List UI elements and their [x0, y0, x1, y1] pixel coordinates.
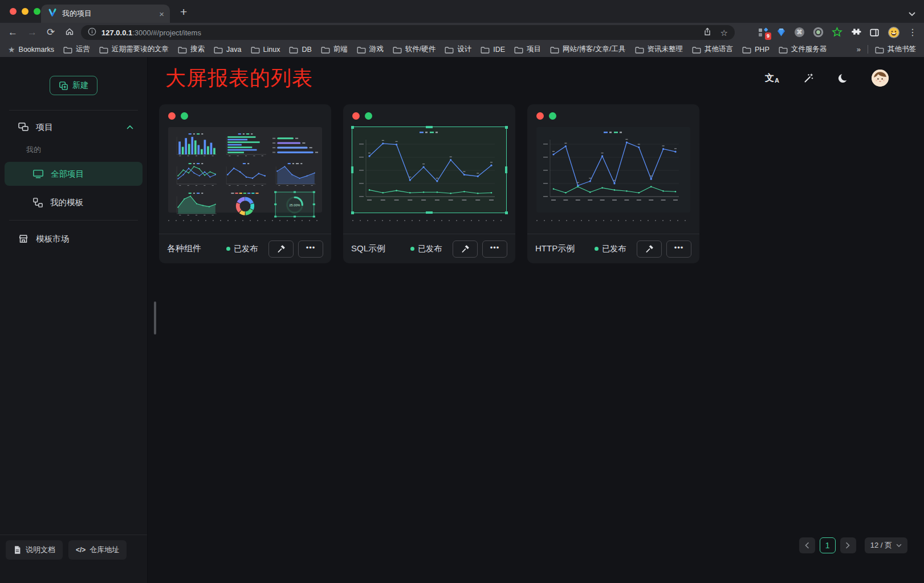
bookmarks-overflow-icon[interactable]: »: [857, 45, 861, 54]
page-size-select[interactable]: 12 / 页: [865, 537, 907, 553]
bookmark-folder[interactable]: Linux: [251, 44, 280, 54]
card-dot-green: [549, 112, 556, 120]
close-window-button[interactable]: [10, 8, 17, 15]
selection-handle[interactable]: [351, 126, 354, 129]
selection-handle[interactable]: [351, 211, 354, 214]
card-thumbnail[interactable]: [536, 127, 690, 213]
mini-gauge-chart: 25.00%: [271, 190, 318, 218]
bookmarks-root[interactable]: ★ Bookmarks: [8, 46, 54, 54]
main-content: 大屏报表的列表 文A 25.00%: [148, 57, 924, 583]
more-button[interactable]: •••: [482, 240, 507, 258]
bookmark-folder[interactable]: 设计: [445, 44, 471, 54]
more-button[interactable]: •••: [666, 240, 691, 258]
hammer-icon: [276, 244, 286, 254]
bookmark-folder[interactable]: 游戏: [357, 44, 384, 54]
project-card[interactable]: SQL示例 已发布 •••: [343, 104, 515, 263]
profile-avatar-icon[interactable]: [888, 26, 900, 39]
current-page-button[interactable]: 1: [820, 537, 836, 553]
bookmarks-divider: [868, 45, 868, 54]
status-dot: [410, 247, 414, 251]
selection-handle[interactable]: [426, 126, 433, 128]
recorder-extension-icon[interactable]: [813, 27, 824, 38]
command-extension-icon[interactable]: ⌘: [794, 27, 805, 38]
more-button[interactable]: •••: [298, 240, 323, 258]
tab-search-icon[interactable]: [909, 9, 915, 19]
selection-handle[interactable]: [505, 211, 508, 214]
reload-icon[interactable]: ⟳: [47, 27, 55, 37]
tab-manager-extension-icon[interactable]: 9: [758, 27, 768, 38]
screens-icon: [18, 121, 29, 133]
gem-extension-icon[interactable]: [776, 27, 786, 37]
browser-menu-icon[interactable]: ⋮: [908, 27, 917, 38]
repo-button[interactable]: </> 仓库地址: [68, 540, 127, 560]
home-icon[interactable]: [64, 26, 75, 39]
selection-handle[interactable]: [426, 211, 433, 214]
bookmark-folder[interactable]: PHP: [742, 44, 770, 54]
bookmark-star-icon[interactable]: ☆: [721, 28, 728, 37]
site-info-icon[interactable]: [88, 27, 96, 38]
user-avatar[interactable]: [872, 70, 889, 87]
green-star-extension-icon[interactable]: [832, 27, 842, 38]
selection-handle[interactable]: [505, 166, 507, 173]
minimize-window-button[interactable]: [22, 8, 29, 15]
scrollbar-thumb[interactable]: [154, 301, 156, 335]
bookmark-folder[interactable]: 运营: [63, 44, 90, 54]
url-text: 127.0.0.1:3000/#/project/items: [101, 28, 201, 37]
bookmark-folder[interactable]: 软件/硬件: [393, 44, 435, 54]
docs-button[interactable]: 说明文档: [6, 540, 63, 560]
back-icon[interactable]: ←: [8, 27, 18, 37]
sidebar-item-my-templates[interactable]: 我的模板: [5, 190, 143, 214]
tab-title: 我的项目: [62, 9, 159, 19]
tab-close-icon[interactable]: ×: [159, 10, 164, 18]
side-panel-icon[interactable]: [869, 27, 880, 38]
mini-area-chart: [172, 190, 219, 218]
pagination: 1 12 / 页: [799, 537, 907, 553]
prev-page-button[interactable]: [799, 537, 815, 553]
sidebar-item-all-projects[interactable]: 全部项目: [5, 162, 143, 186]
bookmark-folder[interactable]: 资讯未整理: [635, 44, 683, 54]
edit-button[interactable]: [268, 240, 294, 258]
new-tab-button[interactable]: +: [180, 5, 187, 19]
card-thumbnail[interactable]: [352, 127, 506, 213]
svg-text:25.00%: 25.00%: [289, 203, 300, 207]
dark-mode-moon-icon[interactable]: [837, 73, 848, 84]
bookmark-folder[interactable]: Java: [214, 44, 241, 54]
puzzle-extensions-icon[interactable]: [850, 27, 861, 38]
bookmark-folder[interactable]: 项目: [514, 44, 541, 54]
folder-icon: [63, 46, 72, 54]
bookmark-folder[interactable]: 搜索: [178, 44, 205, 54]
magic-wand-icon[interactable]: [803, 72, 814, 84]
edit-button[interactable]: [637, 240, 662, 258]
edit-button[interactable]: [453, 240, 478, 258]
folder-icon: [178, 46, 187, 54]
browser-tab[interactable]: 我的项目 ×: [41, 5, 170, 23]
card-title: 各种组件: [167, 243, 226, 254]
sidebar-item-template-market[interactable]: 模板市场: [0, 224, 147, 254]
chevron-up-icon: [127, 125, 133, 129]
app-root: 新建 项目 我的 全部项目 我的模板 模板市场: [0, 57, 924, 583]
address-bar[interactable]: 127.0.0.1:3000/#/project/items ☆: [81, 25, 735, 40]
bookmark-folder[interactable]: 网站/博客/文章/工具: [550, 44, 625, 54]
copy-plus-icon: [59, 81, 68, 91]
selection-handle[interactable]: [505, 126, 508, 129]
forward-icon[interactable]: →: [27, 27, 37, 37]
project-card[interactable]: HTTP示例 已发布 •••: [527, 104, 699, 263]
fullscreen-window-button[interactable]: [34, 8, 40, 15]
bookmark-folder[interactable]: DB: [289, 44, 311, 54]
new-project-button[interactable]: 新建: [50, 76, 97, 95]
bookmark-folder[interactable]: 前端: [321, 44, 348, 54]
other-bookmarks-folder[interactable]: 其他书签: [875, 44, 916, 54]
selection-handle[interactable]: [351, 166, 353, 173]
bookmark-folder[interactable]: 其他语言: [692, 44, 733, 54]
bookmark-folder[interactable]: 文件服务器: [779, 44, 827, 54]
card-title: SQL示例: [351, 243, 410, 254]
next-page-button[interactable]: [840, 537, 856, 553]
bookmark-folder[interactable]: IDE: [481, 44, 505, 54]
sidebar-section-projects[interactable]: 项目: [0, 111, 147, 144]
status-label: 已发布: [418, 244, 442, 254]
project-card[interactable]: 25.00% 各种组件 已发布 •••: [159, 104, 331, 263]
bookmark-folder[interactable]: 近期需要读的文章: [99, 44, 169, 54]
card-thumbnail[interactable]: 25.00%: [168, 127, 322, 213]
share-icon[interactable]: [703, 27, 712, 39]
language-icon[interactable]: 文A: [765, 72, 779, 84]
